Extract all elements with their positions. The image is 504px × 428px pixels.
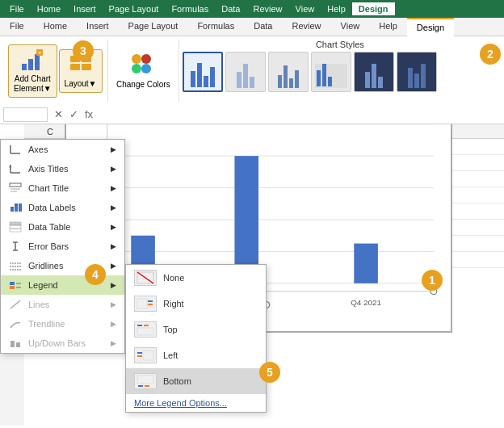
formula-accept-button[interactable]: ✓ — [66, 108, 82, 120]
legend-option-none[interactable]: None — [126, 265, 266, 291]
svg-rect-67 — [148, 300, 153, 302]
menu-review[interactable]: Review — [246, 2, 288, 15]
menu-item-data-table[interactable]: Data Table — [1, 217, 124, 237]
menu-design[interactable]: Design — [352, 2, 395, 15]
tab-help[interactable]: Help — [369, 18, 407, 36]
axis-titles-icon: A — [9, 163, 23, 174]
cell-reference-input[interactable] — [3, 107, 48, 122]
axes-icon — [9, 144, 23, 155]
menu-view[interactable]: View — [289, 2, 321, 15]
menu-item-trendline[interactable]: Trendline — [1, 314, 124, 334]
grid-area: 0 3 4,000 3 5,000 — [24, 139, 504, 426]
svg-rect-46 — [10, 207, 14, 208]
svg-rect-66 — [137, 299, 147, 308]
callout-1: 1 — [422, 270, 443, 291]
ribbon-tabs: File Home Insert Page Layout Formulas Da… — [0, 18, 504, 36]
svg-rect-8 — [82, 64, 91, 70]
callout-3: 3 — [73, 40, 94, 61]
callout-2: 2 — [480, 44, 501, 65]
svg-point-9 — [132, 54, 141, 64]
menu-item-axis-titles[interactable]: A Axis Titles — [1, 159, 124, 178]
svg-point-10 — [141, 54, 151, 64]
svg-point-12 — [141, 64, 151, 73]
more-legend-options-link[interactable]: More Legend Options... — [126, 394, 266, 412]
menu-item-legend[interactable]: Legend — [1, 275, 124, 295]
svg-rect-49 — [10, 225, 21, 229]
tab-insert[interactable]: Insert — [77, 18, 119, 36]
legend-bottom-icon — [134, 373, 157, 389]
menu-item-axes[interactable]: Axes — [1, 140, 124, 159]
legend-option-top[interactable]: Top — [126, 317, 266, 342]
svg-rect-72 — [143, 350, 153, 360]
add-chart-label: Add ChartElement▼ — [14, 74, 52, 94]
legend-right-icon — [134, 296, 157, 312]
svg-rect-76 — [138, 385, 143, 387]
legend-option-right[interactable]: Right — [126, 291, 266, 317]
add-chart-dropdown: Axes A Axis Titles Chart Title — [0, 139, 125, 354]
menu-insert[interactable]: Insert — [67, 2, 103, 15]
tab-file[interactable]: File — [0, 18, 34, 36]
menu-data[interactable]: Data — [215, 2, 246, 15]
updown-bars-icon — [9, 338, 23, 349]
layout-label: Layout▼ — [65, 79, 97, 89]
svg-rect-1 — [28, 59, 33, 70]
ribbon-group-colors: Change Colors 3 — [108, 40, 179, 102]
menu-item-chart-title[interactable]: Chart Title — [1, 178, 124, 198]
chart-thumb-2[interactable] — [225, 52, 266, 92]
svg-rect-40 — [10, 183, 21, 187]
menubar: File Home Insert Page Layout Formulas Da… — [0, 0, 504, 18]
error-bars-icon — [9, 241, 23, 252]
legend-left-icon — [134, 347, 157, 363]
svg-rect-68 — [148, 304, 153, 305]
tab-formulas[interactable]: Formulas — [187, 18, 244, 36]
tab-data[interactable]: Data — [244, 18, 282, 36]
tab-design[interactable]: Design — [407, 18, 454, 36]
change-colors-button[interactable]: Change Colors — [113, 49, 174, 93]
svg-rect-59 — [10, 286, 15, 289]
menu-file[interactable]: File — [3, 2, 31, 15]
chart-thumb-3[interactable] — [268, 52, 309, 92]
svg-rect-74 — [137, 355, 142, 357]
svg-rect-43 — [10, 208, 14, 212]
tab-view[interactable]: View — [331, 18, 370, 36]
svg-rect-62 — [10, 341, 15, 347]
menu-formulas[interactable]: Formulas — [165, 2, 215, 15]
legend-submenu: None Right Top — [125, 264, 267, 413]
chart-thumb-5[interactable] — [354, 52, 394, 92]
svg-rect-73 — [137, 352, 142, 354]
menu-help[interactable]: Help — [321, 2, 352, 15]
chart-thumb-6[interactable] — [397, 52, 437, 92]
menu-page-layout[interactable]: Page Layout — [103, 2, 166, 15]
svg-rect-63 — [16, 342, 20, 347]
change-colors-icon — [130, 52, 156, 80]
svg-rect-69 — [137, 325, 142, 326]
menu-item-gridlines[interactable]: Gridlines — [1, 256, 124, 275]
formula-insert-function[interactable]: fx — [82, 108, 96, 120]
svg-rect-45 — [19, 204, 22, 212]
menu-item-lines[interactable]: Lines — [1, 295, 124, 314]
legend-option-bottom[interactable]: Bottom — [126, 368, 266, 394]
formula-input[interactable] — [96, 108, 501, 121]
callout-4: 4 — [85, 264, 106, 285]
menu-item-data-labels[interactable]: Data Labels — [1, 198, 124, 217]
add-chart-element-button[interactable]: + Add ChartElement▼ — [8, 44, 57, 98]
tab-home[interactable]: Home — [34, 18, 77, 36]
svg-rect-7 — [70, 64, 80, 70]
formula-reject-button[interactable]: ✕ — [51, 108, 66, 120]
tab-page-layout[interactable]: Page Layout — [119, 18, 188, 36]
svg-rect-0 — [22, 64, 27, 70]
menu-item-updown-bars[interactable]: Up/Down Bars — [1, 334, 124, 353]
chart-title-icon — [9, 183, 23, 194]
svg-rect-75 — [137, 376, 153, 384]
chart-thumb-4[interactable] — [311, 52, 351, 92]
legend-option-left[interactable]: Left — [126, 342, 266, 368]
gridlines-icon — [9, 260, 23, 271]
svg-rect-22 — [354, 244, 378, 283]
svg-rect-2 — [35, 54, 40, 70]
tab-review[interactable]: Review — [282, 18, 330, 36]
menu-item-error-bars[interactable]: Error Bars — [1, 237, 124, 256]
chart-thumb-1[interactable] — [183, 52, 223, 92]
lines-icon — [9, 299, 23, 310]
menu-home[interactable]: Home — [31, 2, 67, 15]
svg-line-65 — [137, 272, 153, 283]
